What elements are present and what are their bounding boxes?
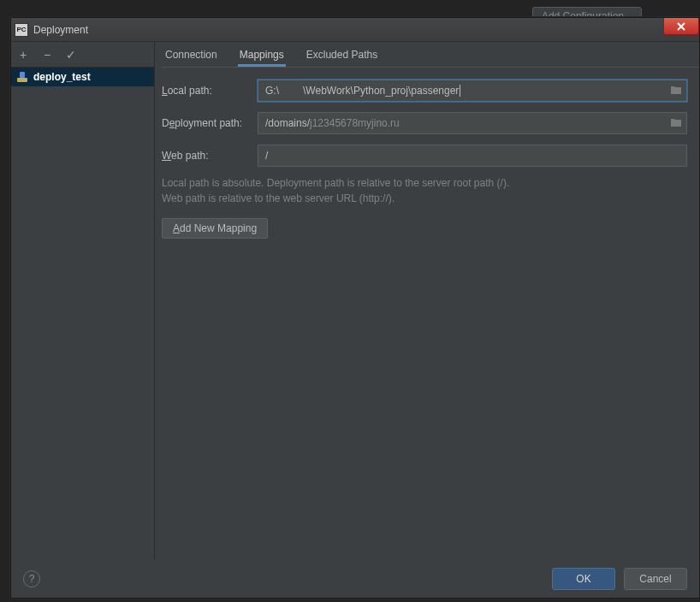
pycharm-icon: PC: [15, 23, 28, 37]
tab-connection[interactable]: Connection: [165, 44, 217, 66]
deployment-path-label: Deployment path:: [162, 117, 251, 129]
check-icon[interactable]: ✓: [64, 49, 78, 61]
dialog-footer: ? OK Cancel: [11, 560, 699, 598]
server-list[interactable]: deploy_test: [11, 68, 154, 560]
tab-excluded-paths[interactable]: Excluded Paths: [306, 44, 377, 66]
help-text: Local path is absolute. Deployment path …: [162, 175, 687, 206]
deploy-path-prefix: /domains/: [265, 117, 310, 129]
svg-rect-0: [17, 78, 27, 82]
titlebar: PC Deployment: [11, 18, 699, 42]
browse-deployment-path-icon[interactable]: [670, 117, 682, 130]
dialog-title: Deployment: [33, 24, 88, 36]
web-path-input[interactable]: [258, 145, 687, 167]
remove-server-icon[interactable]: −: [40, 49, 54, 61]
server-list-toolbar: + − ✓: [11, 42, 154, 68]
deployment-path-input[interactable]: /domains/ j12345678myjino.ru: [258, 112, 687, 134]
deployment-dialog: PC Deployment + − ✓ deplo: [10, 17, 700, 599]
local-path-value-prefix: G:\: [265, 85, 279, 97]
tab-bar: Connection Mappings Excluded Paths: [162, 42, 699, 68]
help-icon[interactable]: ?: [23, 570, 40, 587]
add-new-mapping-button[interactable]: Add New Mapping: [162, 218, 268, 239]
web-path-label: Web path:: [162, 150, 251, 162]
browse-local-path-icon[interactable]: [670, 85, 682, 97]
deploy-path-suffix: j12345678myjino.ru: [310, 117, 400, 129]
ok-button[interactable]: OK: [552, 568, 615, 590]
text-caret: [460, 85, 460, 97]
server-item-icon: [16, 71, 28, 83]
close-button[interactable]: [663, 18, 699, 35]
server-item-label: deploy_test: [33, 71, 91, 83]
help-line-2: Web path is relative to the web server U…: [162, 191, 687, 206]
tab-mappings[interactable]: Mappings: [240, 44, 284, 66]
help-line-1: Local path is absolute. Deployment path …: [162, 175, 687, 191]
svg-rect-1: [20, 72, 25, 78]
local-path-label: Local path:: [162, 85, 251, 97]
server-item-deploy-test[interactable]: deploy_test: [11, 68, 154, 86]
add-server-icon[interactable]: +: [16, 49, 30, 61]
cancel-button[interactable]: Cancel: [624, 568, 687, 590]
local-path-input[interactable]: G:\ \WebWork\Python_proj\passenger: [258, 80, 687, 102]
local-path-value-suffix: \WebWork\Python_proj\passenger: [303, 85, 459, 97]
